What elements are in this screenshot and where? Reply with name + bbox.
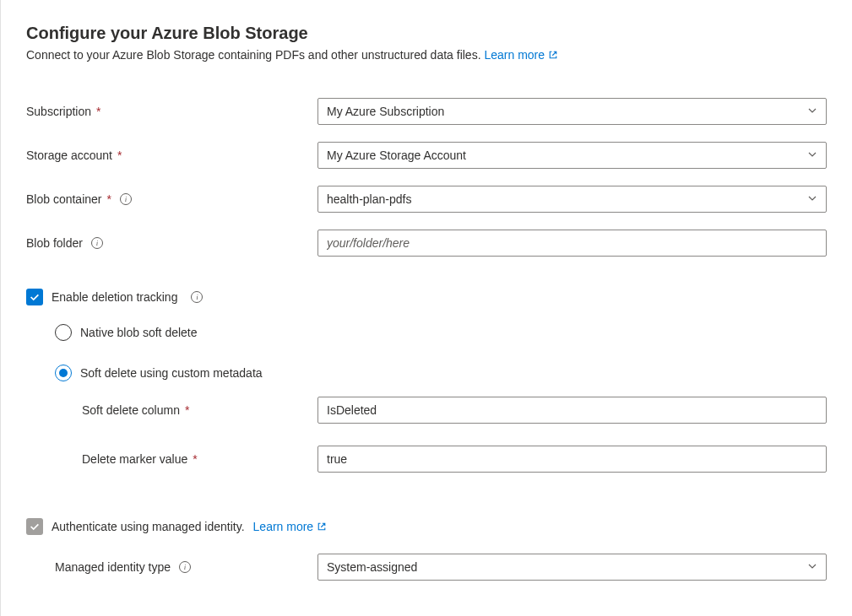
- required-marker: *: [185, 403, 189, 417]
- chevron-down-icon: [807, 149, 817, 162]
- info-icon[interactable]: i: [91, 237, 103, 249]
- subscription-select[interactable]: My Azure Subscription: [317, 98, 827, 125]
- storage-account-select[interactable]: My Azure Storage Account: [317, 142, 827, 169]
- blob-container-label: Blob container: [26, 192, 102, 206]
- radio-custom-metadata[interactable]: Soft delete using custom metadata: [55, 365, 827, 381]
- delete-marker-label: Delete marker value: [82, 452, 187, 466]
- required-marker: *: [117, 149, 122, 162]
- page-title: Configure your Azure Blob Storage: [26, 24, 827, 43]
- enable-deletion-checkbox[interactable]: [26, 289, 43, 305]
- auth-learn-more-link[interactable]: Learn more: [253, 520, 327, 534]
- chevron-down-icon: [807, 105, 817, 118]
- page-subtitle: Connect to your Azure Blob Storage conta…: [26, 48, 827, 62]
- required-marker: *: [193, 452, 197, 466]
- external-link-icon: [548, 49, 558, 62]
- radio-custom-label: Soft delete using custom metadata: [80, 366, 263, 380]
- identity-type-select[interactable]: System-assigned: [317, 554, 827, 581]
- auth-managed-identity-checkbox: [26, 518, 43, 535]
- required-marker: *: [107, 192, 111, 206]
- identity-type-label: Managed identity type: [55, 560, 171, 574]
- soft-delete-column-label: Soft delete column: [82, 403, 180, 417]
- soft-delete-column-input[interactable]: [317, 397, 827, 424]
- info-icon[interactable]: i: [179, 561, 191, 573]
- auth-label: Authenticate using managed identity.: [52, 520, 245, 533]
- storage-account-label: Storage account: [26, 149, 112, 162]
- radio-icon: [55, 324, 72, 341]
- blob-folder-input[interactable]: [317, 230, 827, 257]
- info-icon[interactable]: i: [191, 291, 203, 303]
- subtitle-text: Connect to your Azure Blob Storage conta…: [26, 48, 481, 62]
- radio-icon: [55, 365, 72, 381]
- delete-marker-input[interactable]: [317, 446, 827, 473]
- chevron-down-icon: [807, 560, 817, 574]
- blob-folder-label: Blob folder: [26, 236, 83, 250]
- learn-more-link[interactable]: Learn more: [484, 48, 557, 62]
- radio-native-soft-delete[interactable]: Native blob soft delete: [55, 324, 827, 341]
- radio-native-label: Native blob soft delete: [80, 326, 198, 339]
- info-icon[interactable]: i: [120, 193, 132, 205]
- blob-container-select[interactable]: health-plan-pdfs: [317, 186, 827, 213]
- external-link-icon: [317, 521, 327, 534]
- chevron-down-icon: [807, 192, 817, 206]
- enable-deletion-label: Enable deletion tracking: [52, 290, 177, 304]
- subscription-label: Subscription: [26, 105, 91, 118]
- required-marker: *: [96, 105, 100, 118]
